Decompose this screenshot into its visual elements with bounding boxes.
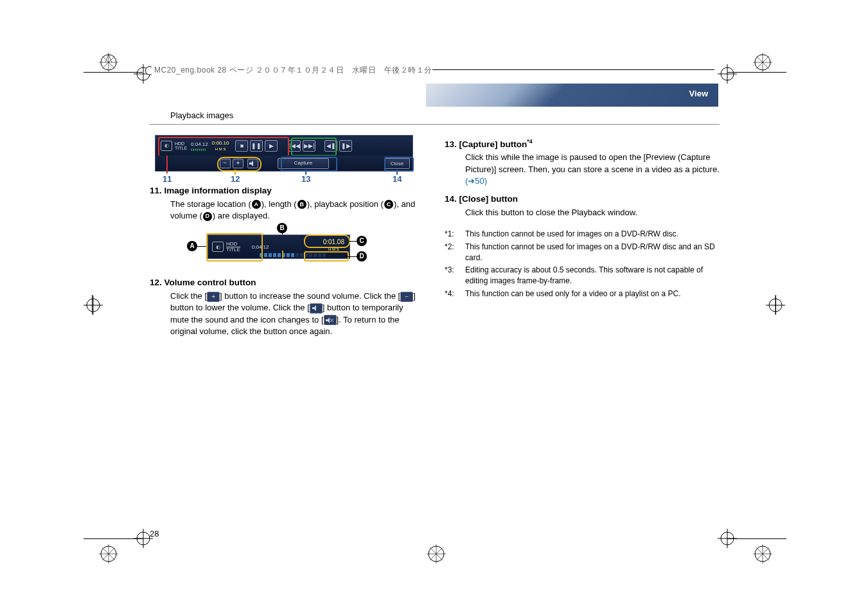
svg-line-6 bbox=[109, 55, 112, 62]
label-a-icon: A bbox=[187, 241, 197, 251]
item-12-title: 12. Volume control button bbox=[150, 277, 421, 289]
footnote-key: *1: bbox=[445, 229, 465, 240]
leader-line bbox=[235, 170, 236, 175]
bullet-c-icon: C bbox=[384, 200, 393, 209]
detail-outline-c bbox=[304, 235, 350, 248]
leader-line bbox=[166, 155, 168, 173]
callout-number-14: 14 bbox=[393, 173, 402, 185]
registration-mark-icon bbox=[425, 543, 447, 565]
svg-marker-46 bbox=[312, 305, 316, 311]
item-12-body: Click the [+] button to increase the sou… bbox=[170, 290, 421, 337]
item-11-body: The storage location (A), length (B), pl… bbox=[170, 199, 421, 222]
registration-mark-icon bbox=[752, 543, 774, 565]
callout-outline-13 bbox=[281, 157, 337, 172]
callout-outline-14 bbox=[384, 157, 414, 172]
document-file-header: MC20_eng.book 28 ページ ２００７年１０月２４日 水曜日 午後２… bbox=[152, 65, 432, 76]
progress-marker bbox=[282, 251, 283, 258]
volume-down-icon: − bbox=[400, 292, 413, 302]
playback-bar-figure: ◐ HDD TITLE 0:04.12 ▮▮▮▮▮▮▮▮ 0:00.10 H M… bbox=[155, 135, 412, 181]
leader-line bbox=[305, 170, 306, 175]
content-area: ◐ HDD TITLE 0:04.12 ▮▮▮▮▮▮▮▮ 0:00.10 H M… bbox=[150, 135, 720, 344]
footnote-key: *2: bbox=[445, 242, 465, 263]
mute-icon bbox=[310, 303, 323, 314]
item-11-title: 11. Image information display bbox=[150, 185, 421, 197]
footnote-text: This function cannot be used for images … bbox=[465, 229, 678, 240]
crop-hairline bbox=[727, 538, 786, 539]
crop-cross-icon bbox=[718, 64, 737, 84]
page-ref-link[interactable]: (➜50) bbox=[465, 176, 487, 186]
document-header-line: MC20_eng.book 28 ページ ２００７年１０月２４日 水曜日 午後２… bbox=[149, 64, 719, 76]
label-d-icon: D bbox=[357, 251, 367, 262]
detail-outline-a bbox=[206, 233, 263, 262]
bullet-a-icon: A bbox=[252, 200, 261, 209]
label-c-icon: C bbox=[357, 236, 367, 246]
crop-hairline bbox=[84, 538, 143, 539]
footnote-key: *4: bbox=[445, 289, 465, 299]
right-column: 13. [Capture] button*4 Click this while … bbox=[445, 135, 720, 344]
volume-up-icon: + bbox=[207, 292, 220, 302]
left-column: ◐ HDD TITLE 0:04.12 ▮▮▮▮▮▮▮▮ 0:00.10 H M… bbox=[150, 135, 421, 344]
footnote-key: *3: bbox=[445, 265, 465, 287]
crop-hairline bbox=[92, 295, 93, 314]
page-number: 28 bbox=[150, 529, 159, 538]
crop-hairline bbox=[84, 72, 143, 73]
callout-outline-12 bbox=[217, 157, 261, 172]
item-14-title: 14. [Close] button bbox=[445, 193, 720, 206]
crop-hairline bbox=[775, 295, 776, 314]
footnote-text: This function can be used only for a vid… bbox=[465, 289, 681, 299]
muted-icon bbox=[324, 315, 337, 325]
callout-outline-transport bbox=[291, 138, 337, 156]
bullet-b-icon: B bbox=[297, 200, 306, 209]
leader-line bbox=[396, 170, 398, 175]
svg-line-5 bbox=[105, 55, 109, 62]
registration-mark-icon bbox=[98, 543, 120, 565]
detail-outline-d bbox=[304, 251, 349, 262]
callout-number-13: 13 bbox=[301, 173, 310, 185]
callout-number-12: 12 bbox=[231, 173, 240, 185]
page: MC20_eng.book 28 ページ ２００７年１０月２４日 水曜日 午後２… bbox=[0, 0, 868, 613]
header-underline bbox=[150, 124, 720, 125]
section-title: Playback images bbox=[170, 111, 233, 120]
callout-outline-11 bbox=[158, 137, 289, 157]
section-tab-banner: View bbox=[426, 84, 718, 107]
callout-number-11: 11 bbox=[163, 173, 172, 185]
item-13-title: 13. [Capture] button*4 bbox=[445, 138, 720, 150]
footnotes: *1:This function cannot be used for imag… bbox=[445, 229, 720, 299]
svg-marker-47 bbox=[326, 317, 330, 323]
crop-cross-icon bbox=[84, 296, 103, 315]
crop-hairline bbox=[727, 72, 786, 73]
registration-mark-icon bbox=[98, 51, 120, 73]
step-fwd-button[interactable]: ❚▶ bbox=[339, 140, 352, 152]
item-14-body: Click this button to close the Playback … bbox=[465, 207, 720, 218]
section-tab-label: View bbox=[689, 89, 708, 98]
footnote-text: This function cannot be used for images … bbox=[465, 242, 720, 263]
footnote-text: Editing accuracy is about 0.5 seconds. T… bbox=[465, 265, 720, 287]
info-display-detail-figure: B ◐ HDD TITLE 0:04.12 0:01.08 H M S bbox=[182, 228, 387, 267]
registration-mark-icon bbox=[752, 51, 774, 73]
bullet-d-icon: D bbox=[203, 212, 212, 221]
item-13-body: Click this while the image is paused to … bbox=[465, 152, 720, 187]
label-b-icon: B bbox=[277, 223, 287, 233]
